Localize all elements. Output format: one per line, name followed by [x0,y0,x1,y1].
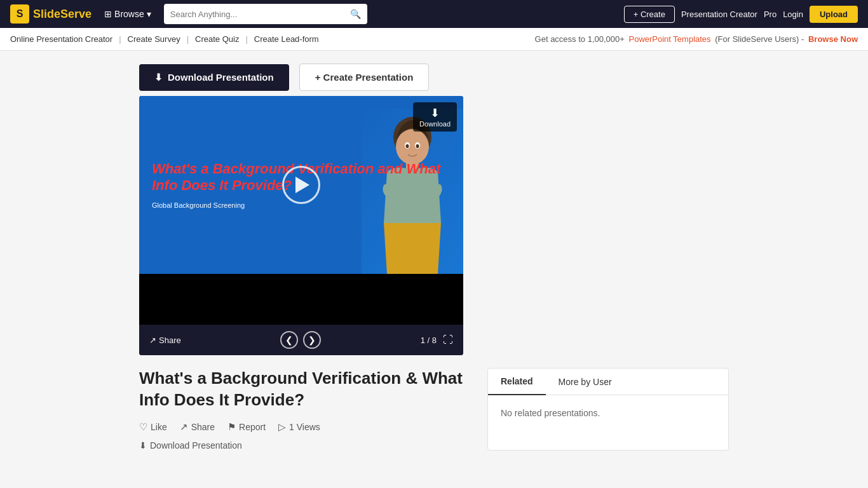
like-button[interactable]: ♡ Like [139,421,167,433]
separator-1: | [119,34,121,44]
create-survey-link[interactable]: Create Survey [128,34,180,44]
prev-slide-button[interactable]: ❮ [280,331,298,349]
create-presentation-button[interactable]: + Create Presentation [299,64,430,91]
powerpoint-templates-link[interactable]: PowerPoint Templates [628,34,713,44]
like-label: Like [151,422,167,432]
related-panel: Related More by User No related presenta… [487,368,729,451]
tab-related-label: Related [501,376,533,386]
presentation-info: What's a Background Verification & What … [139,368,472,451]
logo-part2: Serve [60,8,92,20]
filmstrip-area [139,274,463,325]
create-survey-label: Create Survey [128,34,180,44]
views-label: 1 Views [289,422,320,432]
create-leadform-label: Create Lead-form [254,34,319,44]
browse-now-label: Browse Now [808,34,858,44]
create-quiz-link[interactable]: Create Quiz [195,34,239,44]
slide-content: ⬇ Download What's a Background Verificat… [139,96,463,274]
create-quiz-label: Create Quiz [195,34,239,44]
related-tabs: Related More by User [488,369,728,395]
main-content: ⬇ Download Presentation + Create Present… [0,51,868,488]
views-icon: ▷ [278,421,286,433]
presentation-creator-link[interactable]: Presentation Creator [681,10,757,19]
share-action-icon: ↗ [180,421,188,433]
subnav-right: Get access to 1,00,000+ PowerPoint Templ… [535,34,858,44]
download-icon: ⬇ [154,72,163,83]
separator-2: | [187,34,189,44]
no-related-text: No related presentations. [501,408,600,418]
login-label: Login [783,10,803,19]
download-link[interactable]: ⬇ Download Presentation [139,440,472,451]
pro-link[interactable]: Pro [764,10,776,19]
download-overlay-button[interactable]: ⬇ Download [413,102,457,132]
share-button[interactable]: ↗ Share [149,336,181,345]
report-button[interactable]: ⚑ Report [227,421,266,433]
powerpoint-templates-label: PowerPoint Templates [628,34,710,44]
tab-related[interactable]: Related [488,369,546,395]
download-overlay-text: Download [419,120,451,128]
download-link-icon: ⬇ [139,440,147,451]
separator-3: | [245,34,247,44]
share-icon: ↗ [149,336,156,345]
promo-suffix: (For SlideServe Users) - [715,34,804,44]
browse-now-link[interactable]: Browse Now [808,34,858,44]
logo[interactable]: S SlideServe [10,4,92,24]
download-presentation-button[interactable]: ⬇ Download Presentation [139,64,289,91]
tab-more-by-user-label: More by User [559,377,612,387]
share-action-button[interactable]: ↗ Share [180,421,215,433]
presentation-area: ⬇ Download Presentation + Create Present… [129,64,739,355]
slide-navigation: ❮ ❯ [280,331,321,349]
tab-more-by-user[interactable]: More by User [546,369,625,395]
nav-right: + Create Presentation Creator Pro Login … [624,6,858,23]
navbar: S SlideServe ⊞ Browse ▾ 🔍 + Create Prese… [0,0,868,28]
logo-part1: Slide [33,8,60,20]
browse-button[interactable]: ⊞ Browse ▾ [99,6,156,22]
report-label: Report [239,422,266,432]
slide-counter: 1 / 8 [421,336,437,345]
search-bar: 🔍 [164,4,367,24]
chevron-down-icon: ▾ [147,9,151,19]
promo-text: Get access to 1,00,000+ [535,34,625,44]
grid-icon: ⊞ [104,9,112,19]
create-label: + Create [634,10,665,19]
subnav-left: Online Presentation Creator | Create Sur… [10,34,319,44]
create-leadform-link[interactable]: Create Lead-form [254,34,319,44]
browse-label: Browse [114,9,144,19]
logo-letter: S [17,8,24,20]
create-presentation-label: + Create Presentation [315,72,414,83]
presentation-creator-label: Presentation Creator [681,10,757,19]
download-presentation-label: Download Presentation [168,72,274,83]
next-arrow-icon: ❯ [308,335,316,345]
share-action-label: Share [191,422,215,432]
search-input[interactable] [170,10,350,19]
share-label: Share [159,336,181,345]
next-slide-button[interactable]: ❯ [303,331,321,349]
upload-label: Upload [820,10,848,19]
online-creator-link[interactable]: Online Presentation Creator [10,34,112,44]
pro-label: Pro [764,10,776,19]
like-icon: ♡ [139,421,147,433]
action-row: ♡ Like ↗ Share ⚑ Report ▷ 1 Views [139,421,472,433]
logo-box: S [10,4,29,24]
download-overlay-icon: ⬇ [419,106,451,120]
online-creator-label: Online Presentation Creator [10,34,112,44]
action-buttons: ⬇ Download Presentation + Create Present… [139,64,729,91]
fullscreen-icon: ⛶ [443,334,453,345]
fullscreen-button[interactable]: ⛶ [443,334,453,346]
login-link[interactable]: Login [783,10,803,19]
related-content: No related presentations. [488,395,728,431]
bottom-section: What's a Background Verification & What … [129,368,739,451]
search-icon: 🔍 [350,9,361,19]
prev-arrow-icon: ❮ [285,335,293,345]
create-button[interactable]: + Create [624,6,675,23]
views-count: ▷ 1 Views [278,421,320,433]
download-link-label: Download Presentation [150,440,242,451]
report-icon: ⚑ [227,421,236,433]
presentation-title: What's a Background Verification & What … [139,368,472,411]
subnav: Online Presentation Creator | Create Sur… [0,28,868,51]
upload-button[interactable]: Upload [810,6,858,23]
logo-text: SlideServe [33,8,92,21]
slide-viewer: ⬇ Download What's a Background Verificat… [139,96,463,355]
play-button[interactable] [282,166,320,204]
slide-bottom-bar: ↗ Share ❮ ❯ 1 / 8 ⛶ [139,325,463,355]
